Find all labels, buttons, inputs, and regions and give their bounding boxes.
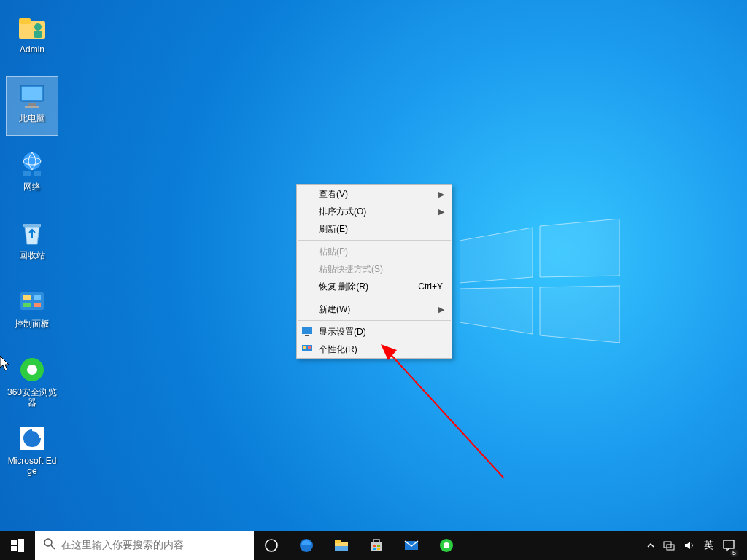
svg-rect-14 bbox=[23, 171, 31, 176]
show-desktop-button[interactable] bbox=[740, 531, 744, 560]
menu-item-sort[interactable]: 排序方式(O)▶ bbox=[297, 203, 452, 220]
desktop-icon-label: 控制面板 bbox=[15, 319, 50, 329]
svg-rect-47 bbox=[373, 548, 376, 550]
store-icon bbox=[368, 537, 384, 553]
svg-rect-34 bbox=[11, 546, 17, 551]
svg-rect-46 bbox=[377, 545, 380, 547]
tray-network[interactable] bbox=[659, 531, 679, 560]
svg-point-36 bbox=[44, 539, 52, 546]
desktop-icon-label: Microsoft Edge bbox=[7, 456, 58, 476]
svg-marker-0 bbox=[460, 228, 533, 283]
this-pc-icon bbox=[16, 79, 48, 112]
file-explorer-icon bbox=[333, 537, 349, 553]
network-tray-icon bbox=[663, 540, 675, 551]
user-folder-icon bbox=[16, 11, 48, 43]
360-browser-icon bbox=[438, 537, 454, 553]
edge-icon bbox=[16, 422, 48, 454]
tray-ime[interactable]: 英 bbox=[700, 531, 718, 560]
desktop-icon-this-pc[interactable]: 此电脑 bbox=[6, 76, 58, 136]
display-icon bbox=[301, 326, 313, 338]
svg-rect-7 bbox=[34, 31, 42, 38]
svg-point-6 bbox=[34, 23, 42, 31]
chevron-up-icon bbox=[647, 542, 654, 549]
desktop-icon-label: Admin bbox=[20, 44, 44, 55]
desktop-icon-label: 回收站 bbox=[19, 250, 45, 260]
desktop-icon-network[interactable]: 网络 bbox=[6, 144, 58, 204]
tray-volume[interactable] bbox=[679, 531, 700, 560]
svg-rect-42 bbox=[335, 546, 348, 551]
svg-rect-10 bbox=[28, 103, 36, 106]
svg-point-12 bbox=[23, 152, 41, 170]
menu-item-personalize[interactable]: 个性化(R) bbox=[297, 341, 452, 358]
menu-label: 粘贴(P) bbox=[319, 246, 348, 258]
menu-label: 刷新(E) bbox=[319, 223, 348, 236]
svg-rect-18 bbox=[23, 295, 31, 300]
menu-item-paste: 粘贴(P) bbox=[297, 243, 452, 260]
svg-rect-16 bbox=[23, 224, 41, 227]
cortana-icon bbox=[264, 538, 279, 553]
svg-rect-17 bbox=[20, 292, 44, 310]
menu-item-view[interactable]: 查看(V)▶ bbox=[297, 185, 452, 203]
chevron-right-icon: ▶ bbox=[438, 190, 444, 199]
tray-action-center[interactable]: 5 bbox=[718, 531, 740, 560]
svg-rect-5 bbox=[19, 18, 31, 24]
svg-marker-1 bbox=[540, 219, 620, 277]
svg-rect-25 bbox=[302, 327, 312, 334]
svg-rect-43 bbox=[371, 542, 382, 551]
desktop-icon-recycle-bin[interactable]: 回收站 bbox=[6, 213, 58, 273]
menu-item-new[interactable]: 新建(W)▶ bbox=[297, 300, 452, 318]
svg-marker-3 bbox=[540, 286, 620, 343]
desktop-icon-label: 网络 bbox=[23, 182, 41, 192]
chevron-right-icon: ▶ bbox=[438, 305, 444, 314]
svg-rect-21 bbox=[34, 303, 41, 307]
desktop-icon-label: 此电脑 bbox=[19, 113, 45, 123]
menu-shortcut: Ctrl+Y bbox=[418, 281, 443, 292]
ime-label: 英 bbox=[704, 539, 713, 552]
taskbar: 在这里输入你要搜索的内容 英 5 bbox=[0, 531, 747, 560]
menu-item-display-settings[interactable]: 显示设置(D) bbox=[297, 323, 452, 341]
menu-separator bbox=[298, 298, 451, 298]
svg-rect-35 bbox=[18, 545, 24, 552]
taskbar-store[interactable] bbox=[359, 531, 394, 560]
svg-rect-26 bbox=[305, 335, 309, 336]
desktop-icon-label: 360安全浏览器 bbox=[7, 387, 58, 408]
desktop-icon-control-panel[interactable]: 控制面板 bbox=[6, 281, 58, 341]
svg-line-37 bbox=[51, 545, 55, 549]
svg-rect-9 bbox=[22, 87, 42, 100]
recycle-bin-icon bbox=[16, 217, 48, 249]
taskbar-edge[interactable] bbox=[289, 531, 324, 560]
menu-item-paste-shortcut: 粘贴快捷方式(S) bbox=[297, 260, 452, 278]
svg-rect-32 bbox=[11, 540, 17, 545]
menu-item-undo-delete[interactable]: 恢复 删除(R)Ctrl+Y bbox=[297, 278, 452, 295]
svg-line-30 bbox=[387, 350, 503, 478]
taskbar-360-browser[interactable] bbox=[429, 531, 464, 560]
svg-rect-15 bbox=[34, 171, 41, 176]
desktop-icon-admin[interactable]: Admin bbox=[6, 7, 58, 67]
taskbar-cortana[interactable] bbox=[254, 531, 289, 560]
svg-point-51 bbox=[444, 542, 449, 548]
control-panel-icon bbox=[16, 285, 48, 317]
svg-rect-41 bbox=[335, 540, 341, 543]
360-browser-icon bbox=[16, 354, 48, 386]
svg-rect-28 bbox=[303, 346, 306, 349]
search-icon bbox=[44, 538, 55, 553]
svg-rect-20 bbox=[23, 303, 31, 307]
svg-point-23 bbox=[27, 365, 37, 375]
system-tray: 英 5 bbox=[643, 531, 747, 560]
annotation-arrow bbox=[379, 343, 511, 481]
desktop-icon-360-browser[interactable]: 360安全浏览器 bbox=[6, 350, 58, 410]
edge-icon bbox=[298, 537, 314, 553]
windows-start-icon bbox=[11, 539, 24, 552]
menu-label: 粘贴快捷方式(S) bbox=[319, 263, 383, 276]
svg-rect-54 bbox=[724, 540, 734, 548]
menu-separator bbox=[298, 320, 451, 321]
start-button[interactable] bbox=[0, 531, 35, 560]
taskbar-mail[interactable] bbox=[394, 531, 429, 560]
taskbar-search[interactable]: 在这里输入你要搜索的内容 bbox=[35, 531, 254, 560]
taskbar-file-explorer[interactable] bbox=[324, 531, 359, 560]
search-placeholder: 在这里输入你要搜索的内容 bbox=[61, 539, 184, 552]
menu-item-refresh[interactable]: 刷新(E) bbox=[297, 220, 452, 238]
svg-rect-33 bbox=[18, 539, 24, 545]
desktop-icon-edge[interactable]: Microsoft Edge bbox=[6, 419, 58, 478]
tray-overflow[interactable] bbox=[643, 531, 659, 560]
